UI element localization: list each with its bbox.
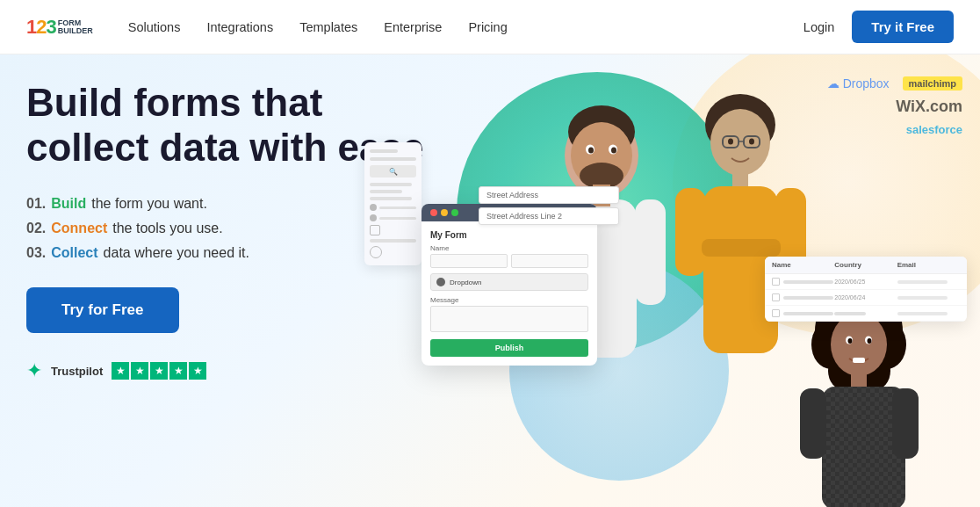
dropdown-label: Dropdown [450,279,481,286]
panel-line-2 [379,217,416,220]
panel-search: 🔍 [370,165,416,177]
nav-templates[interactable]: Templates [299,20,357,34]
trustpilot-icon: ✦ [26,359,42,382]
dt-cell-3b [897,312,948,315]
star-1: ★ [112,362,129,380]
try-for-free-button[interactable]: Try for Free [26,287,179,333]
svg-rect-11 [635,199,666,305]
address-bar-mockup: Street Address Street Address Line 2 [479,186,619,228]
form-name-label: Name [430,244,588,252]
logo[interactable]: 123 FORM BUILDER [26,16,93,39]
dt-date-2: 2020/06/24 [834,294,897,301]
form-inner: My Form Name Dropdown Message Publish [422,221,597,366]
dt-cell-1 [897,280,948,284]
step-3-keyword: Collect [51,245,97,261]
svg-point-13 [710,109,770,176]
trustpilot: ✦ Trustpilot ★ ★ ★ ★ ★ [26,359,430,382]
svg-point-32 [848,338,853,344]
panel-circle-2 [370,214,377,221]
svg-point-7 [611,148,616,154]
panel-item-1 [370,183,412,186]
svg-point-33 [868,338,872,344]
navbar: 123 FORM BUILDER Solutions Integrations … [0,0,980,54]
hero-section: ☁ Dropbox mailchimp WiX.com salesforce B… [0,54,980,507]
panel-row-1 [370,204,416,211]
step-2-keyword: Connect [51,221,107,236]
form-first-input[interactable] [430,254,508,268]
dt-cb-3[interactable] [772,309,780,317]
panel-item-3 [370,197,412,200]
svg-point-6 [588,148,594,154]
login-link[interactable]: Login [803,20,834,34]
nav-links: Solutions Integrations Templates Enterpr… [128,20,803,34]
dt-col-email: Email [897,261,960,269]
dt-date-1: 2020/06/25 [834,279,897,285]
dt-cb-1[interactable] [772,278,780,286]
nav-enterprise[interactable]: Enterprise [384,20,442,34]
step-2-text: the tools you use. [112,221,222,236]
dot-green [451,209,458,216]
step-1-keyword: Build [51,196,86,212]
logo-3: 3 [47,16,56,38]
addr-field-2: Street Address Line 2 [479,207,619,225]
wix-logo: WiX.com [896,98,962,116]
panel-person-icon [370,246,382,258]
step-3-num: 03. [26,245,46,261]
svg-point-18 [749,139,754,145]
int-row-3: salesforce [906,123,962,136]
star-3: ★ [150,362,168,380]
nav-integrations[interactable]: Integrations [206,20,273,34]
dt-row-2: 2020/06/24 [765,290,967,306]
form-name-row [430,254,588,268]
panel-line-1 [379,206,416,209]
dt-cb-2[interactable] [772,293,780,301]
dt-row-1: 2020/06/25 [765,274,967,290]
panel-item-4 [370,239,416,243]
nav-solutions[interactable]: Solutions [128,20,181,34]
form-last-input[interactable] [511,254,588,268]
logo-2: 2 [36,16,46,38]
dt-cell-3a [834,312,866,315]
dt-col-name: Name [772,261,834,269]
try-it-free-button[interactable]: Try it Free [852,11,954,43]
panel-bar-2 [370,157,416,161]
svg-rect-35 [851,373,867,388]
dt-header: Name Country Email [765,257,967,274]
svg-point-17 [728,139,733,145]
mailchimp-logo: mailchimp [903,76,962,91]
integration-logos: ☁ Dropbox mailchimp WiX.com salesforce [827,76,962,136]
left-panel-mockup: 🔍 [364,142,422,265]
nav-pricing[interactable]: Pricing [468,20,507,34]
dt-bar-1 [783,280,833,284]
salesforce-logo: salesforce [906,123,962,136]
form-message-label: Message [430,296,588,304]
trustpilot-stars: ★ ★ ★ ★ ★ [112,362,206,380]
nav-right: Login Try it Free [803,11,954,43]
dt-bar-2 [783,296,833,300]
svg-rect-23 [702,239,781,257]
data-table-mockup: Name Country Email 2020/06/25 2020/06/24 [765,257,967,322]
publish-button[interactable]: Publish [430,339,588,357]
panel-circle-1 [370,204,377,211]
dot-yellow [441,209,448,216]
int-row-1: ☁ Dropbox mailchimp [827,76,962,91]
trustpilot-label: Trustpilot [51,365,103,378]
step-3-text: data where you need it. [104,245,249,261]
panel-bar-1 [370,149,398,153]
dot-red [430,209,437,216]
form-message-textarea[interactable] [430,306,588,332]
form-dropdown[interactable]: Dropdown [430,273,588,291]
step-1-num: 01. [26,196,46,212]
dropbox-logo: ☁ Dropbox [827,76,890,91]
svg-rect-34 [853,358,865,363]
form-title: My Form [430,230,588,240]
dt-col-country: Country [834,261,897,269]
logo-1: 1 [26,16,36,38]
star-4: ★ [169,362,187,380]
svg-rect-40 [800,388,826,459]
star-2: ★ [131,362,148,380]
svg-rect-41 [892,388,919,459]
star-5: ★ [189,362,206,380]
panel-row-2 [370,214,416,221]
int-row-2: WiX.com [896,98,962,116]
